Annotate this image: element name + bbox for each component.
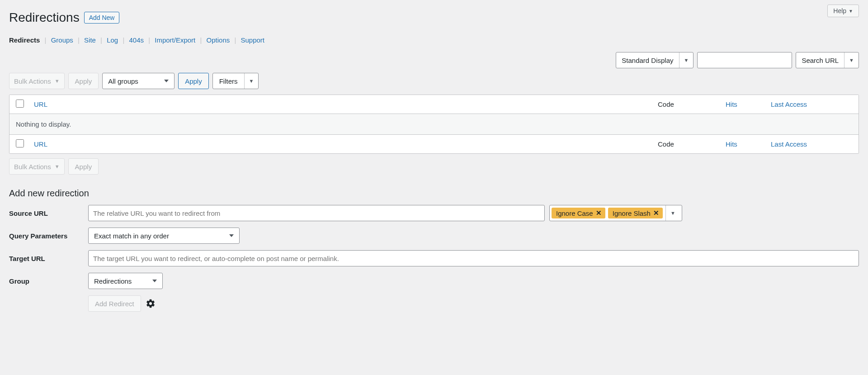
group-label: Group xyxy=(9,277,84,285)
filters-label: Filters xyxy=(213,73,244,89)
bulk-actions-select[interactable]: Bulk Actions ▼ xyxy=(9,73,65,89)
subnav: Redirects | Groups | Site | Log | 404s |… xyxy=(9,36,859,44)
target-url-label: Target URL xyxy=(9,255,84,262)
add-new-button[interactable]: Add New xyxy=(84,12,120,24)
chevron-down-icon: ▼ xyxy=(849,9,853,14)
chevron-down-icon: ▼ xyxy=(55,164,60,169)
subnav-log[interactable]: Log xyxy=(107,36,118,44)
apply-bulk-button-bottom[interactable]: Apply xyxy=(68,158,99,175)
source-url-input[interactable] xyxy=(88,205,545,221)
col-url-footer[interactable]: URL xyxy=(34,140,47,148)
subnav-support[interactable]: Support xyxy=(241,36,264,44)
col-code: Code xyxy=(658,100,674,108)
subnav-import-export[interactable]: Import/Export xyxy=(155,36,195,44)
source-url-label: Source URL xyxy=(9,209,84,217)
groups-select-label: All groups xyxy=(108,77,138,85)
col-hits-footer[interactable]: Hits xyxy=(726,140,737,148)
help-button[interactable]: Help ▼ xyxy=(827,5,859,17)
group-select[interactable]: Redirections xyxy=(88,273,163,289)
filters-button[interactable]: Filters ▼ xyxy=(212,73,259,89)
chevron-down-icon: ▼ xyxy=(679,52,693,68)
select-all-checkbox[interactable] xyxy=(16,100,24,108)
tag-ignore-case[interactable]: Ignore Case ✕ xyxy=(552,208,605,218)
subnav-site[interactable]: Site xyxy=(84,36,96,44)
bulk-act療label-bottom: Bulk Actions xyxy=(14,163,51,171)
table-header: URL Code Hits Last Access xyxy=(9,95,859,114)
select-all-checkbox-footer[interactable] xyxy=(16,139,24,147)
tag-ignore-slash[interactable]: Ignore Slash ✕ xyxy=(608,208,663,218)
url-options-dropdown[interactable]: ▼ xyxy=(665,205,680,221)
target-url-input[interactable] xyxy=(88,250,859,266)
close-icon[interactable]: ✕ xyxy=(596,209,602,217)
chevron-down-icon: ▼ xyxy=(244,73,259,89)
col-last-access-footer[interactable]: Last Access xyxy=(771,140,807,148)
display-mode-label: Standard Display xyxy=(616,52,679,68)
search-input[interactable] xyxy=(697,52,792,68)
subnav-groups[interactable]: Groups xyxy=(51,36,73,44)
col-code-footer: Code xyxy=(658,140,674,148)
url-options-tags: Ignore Case ✕ Ignore Slash ✕ ▼ xyxy=(549,205,682,221)
chevron-down-icon: ▼ xyxy=(55,78,60,84)
add-redirect-button[interactable]: Add Redirect xyxy=(88,295,141,312)
form-title: Add new redirection xyxy=(9,188,859,199)
page-title: Redirections xyxy=(9,10,80,25)
query-params-select[interactable]: Exact match in any order xyxy=(88,228,240,244)
table-footer: URL Code Hits Last Access xyxy=(9,134,859,153)
col-last-access[interactable]: Last Access xyxy=(771,100,807,108)
help-label: Help xyxy=(833,7,846,14)
subnav-404s[interactable]: 404s xyxy=(129,36,144,44)
close-icon[interactable]: ✕ xyxy=(653,209,659,217)
col-hits[interactable]: Hits xyxy=(726,100,737,108)
display-mode-select[interactable]: Standard Display ▼ xyxy=(616,52,693,68)
search-type-select[interactable]: Search URL ▼ xyxy=(796,52,859,68)
groups-select[interactable]: All groups xyxy=(102,73,175,89)
redirects-table: URL Code Hits Last Access Nothing to dis… xyxy=(9,95,859,154)
chevron-down-icon: ▼ xyxy=(844,52,859,68)
apply-bulk-button[interactable]: Apply xyxy=(68,73,99,89)
apply-filter-button[interactable]: Apply xyxy=(178,73,209,89)
bulk-actions-label: Bulk Actions xyxy=(14,77,51,85)
subnav-redirects[interactable]: Redirects xyxy=(9,36,40,44)
search-type-label: Search URL xyxy=(796,52,844,68)
col-url[interactable]: URL xyxy=(34,100,47,108)
gear-icon[interactable] xyxy=(146,299,156,309)
bulk-actions-select-bottom[interactable]: Bulk Actions ▼ xyxy=(9,158,65,175)
subnav-options[interactable]: Options xyxy=(207,36,230,44)
table-empty-message: Nothing to display. xyxy=(9,114,859,134)
query-params-label: Query Parameters xyxy=(9,232,84,240)
